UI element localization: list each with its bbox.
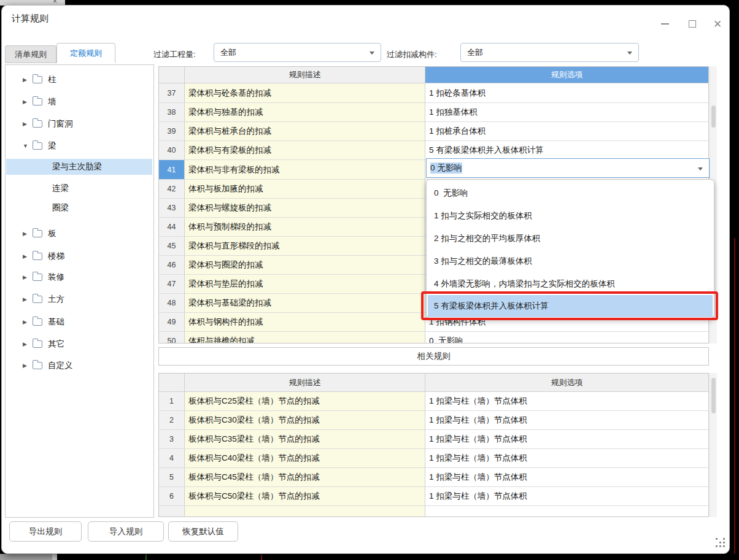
rules-table-header: 规则描述 规则选项 <box>159 67 708 83</box>
header-index <box>159 67 185 83</box>
tree-item-stairs[interactable]: ▶楼梯 <box>6 248 152 264</box>
chevron-right-icon: ▶ <box>23 231 33 237</box>
minimize-icon <box>661 23 669 25</box>
table-row[interactable]: 50体积与挑檐的扣减0 无影响 <box>159 332 708 343</box>
canvas-green-tick <box>145 554 147 560</box>
table-row[interactable]: 37梁体积与砼条基的扣减1 扣砼条基体积 <box>159 83 708 103</box>
chevron-right-icon: ▶ <box>23 341 33 347</box>
header-rule-description: 规则描述 <box>185 374 425 392</box>
minimize-button[interactable] <box>655 17 675 31</box>
dialog-title: 计算规则 <box>12 13 48 25</box>
related-rules-table: 规则描述 规则选项 1板体积与C25梁柱（墙）节点的扣减1 扣梁与柱（墙）节点体… <box>158 373 709 517</box>
filter-component-label: 过滤扣减构件: <box>387 49 437 60</box>
filter-quantity-label: 过滤工程量: <box>153 49 196 60</box>
folder-icon <box>33 120 42 128</box>
folder-icon <box>33 296 42 303</box>
folder-icon <box>33 253 42 260</box>
background-statusbar-fragment <box>52 554 57 560</box>
tab-list-rules[interactable]: 清单规则 <box>5 45 56 63</box>
tree-item-coupling-beam[interactable]: 连梁 <box>6 180 152 196</box>
tree-item-beam[interactable]: ▼梁 <box>6 138 152 154</box>
rule-option-editor[interactable]: 0 无影响 <box>426 158 710 178</box>
filter-component-value: 全部 <box>467 47 483 58</box>
scrollbar-thumb[interactable] <box>711 378 716 413</box>
folder-icon <box>33 142 42 150</box>
chevron-right-icon: ▶ <box>23 362 33 369</box>
tree-item-door-window[interactable]: ▶门窗洞 <box>6 116 152 132</box>
chevron-right-icon: ▶ <box>23 99 33 105</box>
related-rules-bar[interactable]: 相关规则 <box>158 347 709 366</box>
dropdown-option-1[interactable]: 1 扣与之实际相交的板体积 <box>428 204 713 227</box>
header-rule-description: 规则描述 <box>185 67 425 83</box>
tree-item-other[interactable]: ▶其它 <box>6 336 152 352</box>
table-row[interactable]: 39梁体积与桩承台的扣减1 扣桩承台体积 <box>159 122 708 141</box>
header-rule-option: 规则选项 <box>425 374 708 392</box>
chevron-right-icon: ▶ <box>23 274 33 280</box>
tab-quota-rules[interactable]: 定额规则 <box>56 43 115 63</box>
chevron-right-icon: ▶ <box>23 296 33 302</box>
chevron-down-icon: ▼ <box>23 143 33 149</box>
header-index <box>159 374 185 392</box>
table-row[interactable]: 40梁体积与有梁板的扣减5 有梁板梁体积并入板体积计算 <box>159 141 708 160</box>
import-rules-button[interactable]: 导入规则 <box>88 521 164 542</box>
related-table-header: 规则描述 规则选项 <box>159 374 708 392</box>
table-row[interactable]: 2板体积与C30梁柱（墙）节点的扣减1 扣梁与柱（墙）节点体积 <box>159 411 708 430</box>
dropdown-option-0[interactable]: 0 无影响 <box>428 182 713 204</box>
folder-icon <box>33 318 42 326</box>
tree-item-main-secondary-beam[interactable]: 梁与主次肋梁 <box>6 159 152 175</box>
restore-defaults-button[interactable]: 恢复默认值 <box>168 521 238 542</box>
tree-item-slab[interactable]: ▶板 <box>6 226 152 242</box>
tree-item-wall[interactable]: ▶墙 <box>6 94 152 110</box>
related-table-scrollbar[interactable] <box>710 373 717 517</box>
filter-quantity-select[interactable]: 全部 <box>214 43 381 62</box>
table-row[interactable]: 4板体积与C40梁柱（墙）节点的扣减1 扣梁与柱（墙）节点体积 <box>159 449 708 468</box>
close-button[interactable]: ✕ <box>708 17 727 31</box>
chevron-down-icon <box>698 167 703 171</box>
chevron-right-icon: ▶ <box>23 121 33 127</box>
folder-icon <box>33 274 42 281</box>
tree-item-ring-beam[interactable]: 圈梁 <box>6 200 152 216</box>
annotation-red-box <box>421 291 718 320</box>
chevron-down-icon <box>627 52 632 55</box>
table-row[interactable]: 3板体积与C35梁柱（墙）节点的扣减1 扣梁与柱（墙）节点体积 <box>159 430 708 449</box>
maximize-icon <box>689 20 696 28</box>
dropdown-option-3[interactable]: 3 扣与之相交的最薄板体积 <box>428 250 713 272</box>
scrollbar-thumb[interactable] <box>711 105 716 128</box>
tree-item-column[interactable]: ▶柱 <box>6 72 152 88</box>
maximize-button[interactable] <box>683 17 702 31</box>
folder-icon <box>33 230 42 237</box>
chevron-right-icon: ▶ <box>23 77 33 83</box>
table-row[interactable]: 5板体积与C45梁柱（墙）节点的扣减1 扣梁与柱（墙）节点体积 <box>159 468 708 487</box>
folder-icon <box>33 98 42 105</box>
table-row[interactable]: 38梁体积与独基的扣减1 扣独基体积 <box>159 103 708 122</box>
dropdown-option-2[interactable]: 2 扣与之相交的平均板厚体积 <box>428 227 713 250</box>
editor-value: 0 无影响 <box>430 163 462 174</box>
tree-item-custom[interactable]: ▶自定义 <box>6 358 152 374</box>
chevron-down-icon <box>370 52 374 55</box>
tree-item-foundation[interactable]: ▶基础 <box>6 314 152 330</box>
header-rule-option: 规则选项 <box>425 67 708 83</box>
component-tree: ▶柱 ▶墙 ▶门窗洞 ▼梁 梁与主次肋梁 连梁 圈梁 ▶板 ▶楼梯 ▶装修 ▶土… <box>5 64 154 518</box>
filter-quantity-value: 全部 <box>220 47 236 58</box>
table-row[interactable]: 6板体积与C50梁柱（墙）节点的扣减1 扣梁与柱（墙）节点体积 <box>159 487 708 506</box>
folder-icon <box>33 340 42 348</box>
table-row-partial <box>159 506 708 517</box>
folder-icon <box>33 76 42 83</box>
chevron-right-icon: ▶ <box>23 319 33 325</box>
canvas-red-line <box>734 238 735 554</box>
canvas-red-tick <box>261 554 262 560</box>
close-icon: ✕ <box>713 19 722 29</box>
export-rules-button[interactable]: 导出规则 <box>9 521 82 542</box>
folder-icon <box>33 362 42 369</box>
tree-item-earthwork[interactable]: ▶土方 <box>6 291 152 307</box>
background-statusbar-fragment <box>0 554 52 560</box>
table-row[interactable]: 1板体积与C25梁柱（墙）节点的扣减1 扣梁与柱（墙）节点体积 <box>159 392 708 411</box>
tree-item-decoration[interactable]: ▶装修 <box>6 269 152 285</box>
chevron-right-icon: ▶ <box>23 253 33 259</box>
resize-grip[interactable] <box>716 538 718 540</box>
filter-component-select[interactable]: 全部 <box>460 43 639 62</box>
